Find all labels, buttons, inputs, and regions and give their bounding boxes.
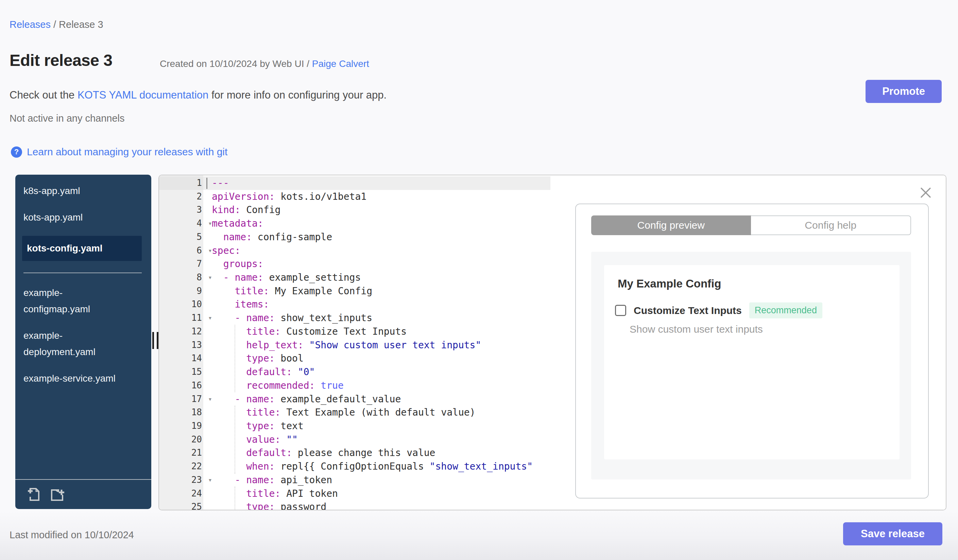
code-line-7: groups:: [203, 257, 263, 271]
gutter-line-17: 17▾: [159, 392, 203, 406]
code-line-4: metadata:: [203, 217, 263, 230]
gutter-line-2: 2: [159, 190, 203, 204]
gutter-line-12: 12: [159, 325, 203, 339]
code-line-16: recommended: true: [203, 379, 344, 392]
created-author-link[interactable]: Paige Calvert: [312, 59, 369, 69]
promote-button[interactable]: Promote: [866, 80, 942, 103]
code-line-22: when: repl{{ ConfigOptionEquals "show_te…: [203, 460, 533, 473]
tab-config-help[interactable]: Config help: [751, 215, 911, 235]
breadcrumb-releases-link[interactable]: Releases: [10, 19, 51, 30]
docs-line: Check out the KOTS YAML documentation fo…: [10, 89, 387, 101]
code-line-19: type: text: [203, 419, 304, 433]
breadcrumb-current: Release 3: [59, 19, 103, 30]
gutter-line-23: 23▾: [159, 473, 203, 487]
page-title: Edit release 3: [10, 51, 113, 70]
code-editor[interactable]: ---apiVersion: kots.io/v1beta1kind: Conf…: [203, 176, 550, 510]
gutter-line-1: 1: [159, 176, 203, 190]
code-line-11: - name: show_text_inputs: [203, 311, 372, 325]
code-line-21: default: please change this value: [203, 446, 435, 460]
close-icon[interactable]: [919, 186, 932, 199]
code-line-13: help_text: "Show custom user text inputs…: [203, 339, 481, 352]
gutter-line-10: 10: [159, 298, 203, 311]
preview-inner-box: Config preview Config help My Example Co…: [575, 204, 929, 498]
git-link-label: Learn about managing your releases with …: [27, 146, 227, 158]
created-line: Created on 10/10/2024 by Web UI / Paige …: [160, 59, 369, 69]
config-preview-panel: Config preview Config help My Example Co…: [550, 176, 946, 510]
gutter-line-21: 21: [159, 446, 203, 460]
code-line-3: kind: Config: [203, 203, 281, 217]
channel-status: Not active in any channels: [10, 113, 125, 124]
preview-content-area: My Example Config Customize Text Inputs …: [591, 252, 911, 479]
gutter-line-14: 14: [159, 352, 203, 365]
config-item-help-text: Show custom user text inputs: [630, 323, 763, 335]
gutter-line-13: 13: [159, 339, 203, 352]
sidebar-file-example-configmap.yaml[interactable]: example-configmap.yaml: [24, 285, 142, 317]
gutter-line-15: 15: [159, 365, 203, 379]
code-line-12: title: Customize Text Inputs: [203, 325, 407, 339]
gutter-line-25: 25: [159, 500, 203, 510]
code-line-25: type: password: [203, 500, 326, 510]
sidebar-divider: [24, 272, 142, 273]
tab-config-preview[interactable]: Config preview: [591, 215, 751, 235]
editor-container: 1234▾56▾78▾91011▾121314151617▾1819202122…: [159, 175, 947, 510]
config-item-label: Customize Text Inputs: [634, 305, 742, 316]
docs-suffix: for more info on configuring your app.: [208, 89, 387, 101]
kots-yaml-docs-link[interactable]: KOTS YAML documentation: [78, 89, 208, 101]
code-line-6: spec:: [203, 244, 240, 258]
gutter-line-7: 7: [159, 257, 203, 271]
sidebar-file-kots-config.yaml[interactable]: kots-config.yaml: [22, 236, 142, 261]
code-line-2: apiVersion: kots.io/v1beta1: [203, 190, 366, 204]
code-line-10: items:: [203, 298, 269, 311]
sidebar-file-example-deployment.yaml[interactable]: example-deployment.yaml: [24, 327, 142, 360]
sidebar-resize-handle[interactable]: [152, 332, 159, 349]
file-sidebar: k8s-app.yamlkots-app.yamlkots-config.yam…: [15, 175, 151, 509]
config-group-title: My Example Config: [618, 277, 721, 290]
config-item-row: Customize Text Inputs Recommended: [615, 302, 822, 318]
question-mark-icon: ?: [11, 146, 22, 158]
preview-tabs: Config preview Config help: [591, 215, 911, 235]
code-line-23: - name: api_token: [203, 473, 332, 487]
sidebar-file-example-service.yaml[interactable]: example-service.yaml: [24, 370, 142, 387]
code-line-20: value: "": [203, 433, 298, 446]
breadcrumb: Releases / Release 3: [10, 19, 103, 30]
gutter-line-3: 3: [159, 203, 203, 217]
code-line-9: title: My Example Config: [203, 285, 372, 298]
code-line-8: - name: example_settings: [203, 271, 361, 285]
code-line-24: title: API token: [203, 487, 338, 500]
active-line-highlight: [203, 176, 550, 190]
last-modified-text: Last modified on 10/10/2024: [10, 530, 134, 541]
gutter-line-20: 20: [159, 433, 203, 446]
code-line-17: - name: example_default_value: [203, 392, 401, 406]
sidebar-file-kots-app.yaml[interactable]: kots-app.yaml: [24, 209, 142, 226]
gutter-line-24: 24: [159, 487, 203, 500]
customize-text-inputs-checkbox[interactable]: [615, 305, 626, 316]
editor-gutter: 1234▾56▾78▾91011▾121314151617▾1819202122…: [159, 176, 203, 510]
save-release-button[interactable]: Save release: [843, 522, 942, 546]
gutter-line-18: 18: [159, 406, 203, 419]
gutter-line-16: 16: [159, 379, 203, 392]
sidebar-bottom-bar: [15, 479, 151, 509]
code-line-18: title: Text Example (with default value): [203, 406, 475, 419]
gutter-line-22: 22: [159, 460, 203, 473]
recommended-badge: Recommended: [749, 302, 822, 318]
new-file-icon[interactable]: [25, 486, 42, 503]
new-folder-icon[interactable]: [49, 486, 65, 503]
gutter-line-4: 4▾: [159, 217, 203, 230]
config-card: My Example Config Customize Text Inputs …: [604, 265, 899, 459]
gutter-line-8: 8▾: [159, 271, 203, 285]
file-list: k8s-app.yamlkots-app.yamlkots-config.yam…: [15, 175, 151, 387]
gutter-line-9: 9: [159, 285, 203, 298]
docs-prefix: Check out the: [10, 89, 78, 101]
git-help-link[interactable]: ? Learn about managing your releases wit…: [11, 146, 227, 158]
breadcrumb-separator: /: [51, 19, 59, 30]
code-line-14: type: bool: [203, 352, 304, 365]
code-line-15: default: "0": [203, 365, 315, 379]
gutter-line-11: 11▾: [159, 311, 203, 325]
code-line-5: name: config-sample: [203, 230, 332, 244]
text-cursor: [206, 178, 207, 189]
gutter-line-19: 19: [159, 419, 203, 433]
footer-bar: [0, 510, 958, 560]
sidebar-file-k8s-app.yaml[interactable]: k8s-app.yaml: [24, 183, 142, 199]
gutter-line-5: 5: [159, 230, 203, 244]
gutter-line-6: 6▾: [159, 244, 203, 258]
